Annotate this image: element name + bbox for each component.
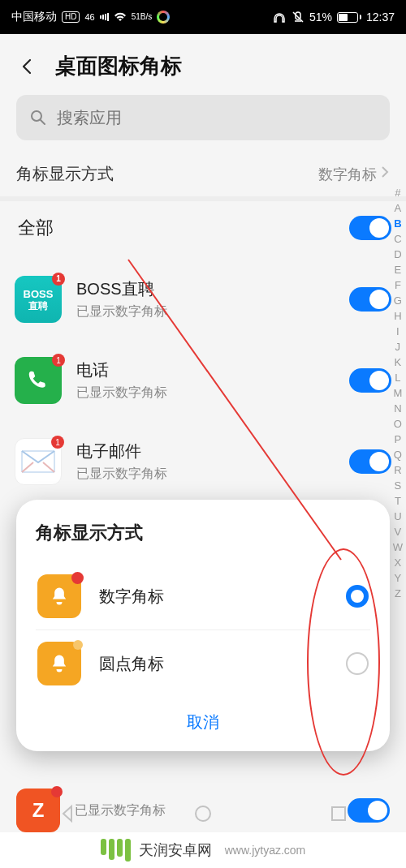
alpha-letter-D[interactable]: D [394, 248, 401, 260]
app-sub: 已显示数字角标 [76, 466, 335, 483]
alpha-letter-W[interactable]: W [393, 541, 403, 553]
watermark-bar: 天润安卓网 www.jytyaz.com [0, 832, 406, 868]
nav-home-icon[interactable] [192, 803, 214, 824]
search-input[interactable] [57, 109, 377, 127]
alpha-letter-R[interactable]: R [394, 464, 401, 476]
alpha-letter-H[interactable]: H [394, 310, 401, 322]
option-label: 圆点角标 [99, 653, 328, 675]
alpha-letter-V[interactable]: V [395, 526, 402, 538]
alpha-letter-T[interactable]: T [395, 495, 401, 507]
app-name: BOSS直聘 [76, 278, 335, 300]
alpha-letter-#[interactable]: # [395, 187, 400, 199]
alpha-letter-P[interactable]: P [395, 433, 402, 445]
app-icon-phone: 1 [15, 357, 62, 404]
alpha-letter-L[interactable]: L [395, 372, 400, 384]
app-icon-boss: BOSS直聘 1 [15, 276, 62, 323]
alpha-letter-G[interactable]: G [394, 294, 402, 307]
alpha-letter-F[interactable]: F [395, 279, 401, 291]
assistant-swirl-icon [157, 11, 170, 24]
app-sub: 已显示数字角标 [76, 303, 335, 320]
app-toggle[interactable] [349, 449, 391, 474]
alpha-letter-I[interactable]: I [396, 325, 400, 337]
page-header: 桌面图标角标 [0, 34, 406, 95]
alpha-letter-C[interactable]: C [394, 233, 401, 245]
network-gen-label: 46 [84, 12, 94, 22]
search-icon [29, 109, 47, 127]
app-name: 电子邮件 [76, 440, 335, 462]
svg-point-2 [196, 806, 210, 821]
app-name: 电话 [76, 359, 335, 381]
all-apps-row[interactable]: 全部 [0, 201, 406, 255]
bell-icon [37, 642, 81, 685]
alpha-letter-J[interactable]: J [395, 341, 401, 353]
alpha-letter-E[interactable]: E [395, 264, 402, 276]
nav-recents-icon[interactable] [328, 803, 349, 824]
headphones-icon [272, 11, 287, 24]
badge-mode-label: 角标显示方式 [16, 163, 114, 185]
alpha-letter-X[interactable]: X [395, 556, 402, 569]
app-sub: 已显示数字角标 [76, 385, 335, 402]
svg-rect-3 [332, 807, 345, 820]
radio-unselected[interactable] [346, 652, 369, 675]
status-bar: 中国移动 HD 46 51B/s 51% 12:37 [0, 0, 406, 34]
mute-icon [292, 11, 304, 24]
back-button[interactable] [16, 55, 39, 78]
app-row-email[interactable]: 1 电子邮件 已显示数字角标 [0, 425, 406, 498]
option-dot-badge[interactable]: 圆点角标 [36, 630, 370, 697]
wifi-icon [114, 12, 127, 22]
app-list: 全部 BOSS直聘 1 BOSS直聘 已显示数字角标 1 电话 已显示数字角标 … [0, 201, 406, 498]
app-icon-email: 1 [15, 438, 62, 485]
svg-point-0 [32, 111, 41, 121]
alpha-letter-A[interactable]: A [395, 202, 402, 214]
alpha-letter-U[interactable]: U [394, 510, 401, 522]
alphabet-index[interactable]: #ABCDEFGHIJKLMNOPQRSTUVWXYZ [393, 187, 403, 599]
bell-icon [37, 574, 81, 618]
alpha-letter-Y[interactable]: Y [395, 572, 402, 584]
dialog-title: 角标显示方式 [36, 521, 370, 545]
carrier-label: 中国移动 [11, 10, 57, 24]
chevron-right-icon [380, 165, 390, 183]
cancel-button[interactable]: 取消 [36, 697, 370, 733]
numeric-badge-icon: 1 [52, 354, 65, 367]
system-nav-bar [0, 795, 406, 832]
alpha-letter-K[interactable]: K [395, 356, 402, 368]
net-speed-label: 51B/s [132, 13, 153, 21]
badge-mode-dialog: 角标显示方式 数字角标 圆点角标 取消 [16, 500, 390, 751]
battery-icon [337, 12, 361, 23]
alpha-letter-M[interactable]: M [393, 387, 402, 399]
app-row-boss[interactable]: BOSS直聘 1 BOSS直聘 已显示数字角标 [0, 263, 406, 336]
watermark-brand: 天润安卓网 [139, 840, 212, 860]
battery-pct-label: 51% [309, 11, 332, 24]
signal-bars-icon [100, 13, 109, 21]
alpha-letter-B[interactable]: B [394, 217, 401, 230]
app-toggle[interactable] [349, 368, 391, 393]
all-toggle[interactable] [349, 216, 391, 240]
alpha-letter-Z[interactable]: Z [395, 587, 401, 599]
all-apps-label: 全部 [18, 216, 54, 240]
numeric-badge-icon: 1 [52, 273, 65, 286]
alpha-letter-S[interactable]: S [395, 479, 402, 492]
app-row-phone[interactable]: 1 电话 已显示数字角标 [0, 344, 406, 417]
badge-mode-row[interactable]: 角标显示方式 数字角标 [0, 152, 406, 196]
badge-mode-value: 数字角标 [318, 165, 390, 184]
nav-back-icon[interactable] [57, 803, 78, 824]
alpha-letter-Q[interactable]: Q [394, 449, 402, 461]
page-title: 桌面图标角标 [55, 52, 182, 80]
app-toggle[interactable] [349, 287, 391, 312]
watermark-logo-icon [101, 839, 131, 862]
clock-label: 12:37 [366, 11, 395, 24]
option-label: 数字角标 [99, 586, 328, 608]
watermark-url: www.jytyaz.com [225, 844, 306, 857]
numeric-badge-icon: 1 [51, 436, 64, 449]
search-field[interactable] [16, 95, 390, 140]
hd-badge-icon: HD [62, 11, 80, 23]
radio-selected[interactable] [346, 585, 369, 608]
option-numeric-badge[interactable]: 数字角标 [36, 563, 370, 630]
alpha-letter-O[interactable]: O [394, 418, 402, 430]
alpha-letter-N[interactable]: N [394, 402, 401, 415]
